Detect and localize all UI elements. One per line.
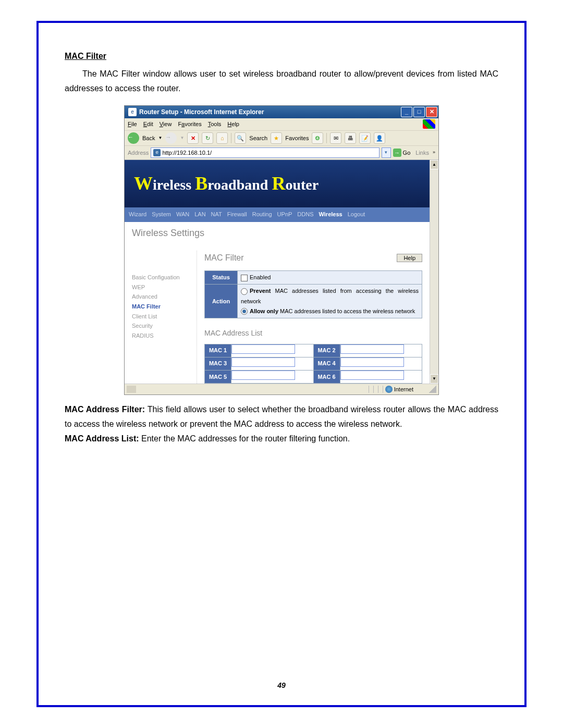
mac4-label: MAC 4: [313, 357, 340, 370]
refresh-button[interactable]: ↻: [202, 132, 213, 144]
section-heading: MAC Filter: [65, 49, 498, 64]
windows-flag-icon: [423, 119, 435, 129]
scrollbar[interactable]: ▲ ▼: [430, 160, 438, 384]
nav-firewall[interactable]: Firewall: [227, 209, 247, 219]
nav-wan[interactable]: WAN: [176, 209, 189, 219]
ie-icon: e: [128, 108, 137, 116]
back-label: Back: [142, 133, 155, 143]
list-bold: MAC Address List:: [65, 434, 139, 443]
favorites-icon: ★: [271, 132, 282, 144]
prevent-bold: Prevent: [250, 288, 271, 294]
back-button[interactable]: ←: [128, 132, 139, 144]
allow-radio[interactable]: [241, 308, 248, 315]
scroll-down-button[interactable]: ▼: [430, 374, 438, 384]
home-button[interactable]: ⌂: [216, 132, 228, 144]
side-clientlist[interactable]: Client List: [132, 312, 197, 322]
intro-paragraph: The MAC Filter window allows user to set…: [65, 67, 498, 96]
nav-logout[interactable]: Logout: [348, 209, 365, 219]
zone-label: Internet: [394, 385, 413, 394]
address-dropdown[interactable]: ▾: [382, 147, 391, 158]
mac4-input[interactable]: [340, 357, 404, 367]
nav-upnp[interactable]: UPnP: [277, 209, 292, 219]
maximize-button[interactable]: □: [413, 107, 425, 117]
side-macfilter[interactable]: MAC Filter: [132, 302, 197, 312]
router-banner: Wireless Broadband Router: [125, 160, 430, 207]
address-input[interactable]: e http://192.168.10.1/: [151, 147, 379, 158]
mac3-label: MAC 3: [205, 357, 231, 370]
close-button[interactable]: ✕: [426, 107, 437, 117]
allow-text: MAC addresses listed to access the wirel…: [278, 308, 415, 314]
links-chevron-icon[interactable]: »: [433, 149, 435, 157]
statusbar: Internet: [125, 384, 438, 394]
history-button[interactable]: ❹: [312, 132, 323, 144]
nav-wizard[interactable]: Wizard: [129, 209, 146, 219]
page-heading: Wireless Settings: [132, 225, 422, 242]
go-button[interactable]: → Go: [393, 148, 411, 158]
page-border: MAC Filter The MAC Filter window allows …: [36, 21, 527, 707]
messenger-button[interactable]: 👤: [374, 132, 385, 144]
prevent-radio[interactable]: [241, 288, 248, 295]
filter-bold: MAC Address Filter:: [65, 405, 145, 414]
page-number: 49: [39, 681, 524, 689]
mac6-label: MAC 6: [313, 371, 340, 384]
mac1-label: MAC 1: [205, 344, 231, 357]
menu-edit[interactable]: Edit: [143, 119, 153, 129]
mac1-input[interactable]: [231, 344, 295, 354]
menu-help[interactable]: Help: [227, 119, 239, 129]
status-label: Status: [205, 271, 238, 285]
resize-grip[interactable]: [429, 386, 436, 393]
links-label[interactable]: Links: [415, 148, 429, 158]
mac6-input[interactable]: [340, 371, 404, 380]
filter-paragraph: MAC Address Filter: This field allows us…: [65, 402, 498, 431]
favorites-label[interactable]: Favorites: [285, 133, 309, 143]
address-bar: Address e http://192.168.10.1/ ▾ → Go Li…: [125, 146, 438, 160]
toolbar: ← Back ▼ → ▼ ✕ ↻ ⌂ 🔍 Search ★ Favorites …: [125, 131, 438, 146]
side-wep[interactable]: WEP: [132, 282, 197, 292]
mac2-input[interactable]: [340, 344, 404, 354]
maclist-title: MAC Address List: [204, 327, 422, 340]
go-icon: →: [393, 149, 401, 157]
menubar: File Edit View Favorites Tools Help: [125, 118, 438, 131]
side-basic[interactable]: Basic Configuation: [132, 273, 197, 282]
minimize-button[interactable]: _: [401, 107, 412, 117]
scroll-up-button[interactable]: ▲: [430, 160, 438, 169]
nav-ddns[interactable]: DDNS: [297, 209, 313, 219]
side-nav: Basic Configuation WEP Advanced MAC Filt…: [132, 251, 197, 384]
mac-table: MAC 1 MAC 2 MAC 3 MAC 4 MAC 5 MAC 6: [204, 344, 422, 384]
mail-button[interactable]: ✉: [330, 132, 341, 144]
side-advanced[interactable]: Advanced: [132, 292, 197, 302]
titlebar: e Router Setup - Microsoft Internet Expl…: [125, 106, 438, 118]
menu-favorites[interactable]: Favorites: [178, 119, 201, 129]
menu-view[interactable]: View: [160, 119, 172, 129]
menu-tools[interactable]: Tools: [208, 119, 222, 129]
enabled-label: Enabled: [250, 274, 271, 280]
panel-title: MAC Filter: [204, 251, 244, 265]
url-text: http://192.168.10.1/: [162, 148, 212, 158]
enabled-checkbox[interactable]: [241, 275, 248, 281]
status-icon: [127, 386, 136, 393]
nav-system[interactable]: System: [152, 209, 171, 219]
window-title: Router Setup - Microsoft Internet Explor…: [139, 107, 401, 118]
print-button[interactable]: 🖶: [345, 132, 356, 144]
menu-file[interactable]: File: [128, 119, 137, 129]
mac5-input[interactable]: [231, 371, 295, 380]
mac3-input[interactable]: [231, 357, 295, 367]
router-nav: Wizard System WAN LAN NAT Firewall Routi…: [125, 207, 430, 221]
document-body: MAC Filter The MAC Filter window allows …: [65, 49, 498, 446]
nav-nat[interactable]: NAT: [211, 209, 222, 219]
browser-window: e Router Setup - Microsoft Internet Expl…: [124, 105, 439, 395]
action-label: Action: [205, 285, 238, 318]
stop-button[interactable]: ✕: [187, 132, 199, 144]
help-button[interactable]: Help: [397, 254, 422, 262]
forward-button[interactable]: →: [165, 132, 177, 144]
nav-wireless[interactable]: Wireless: [319, 209, 342, 219]
list-paragraph: MAC Address List: Enter the MAC addresse…: [65, 431, 498, 446]
nav-routing[interactable]: Routing: [252, 209, 272, 219]
edit-button[interactable]: 📝: [359, 132, 371, 144]
side-radius[interactable]: RADIUS: [132, 331, 197, 341]
search-label[interactable]: Search: [249, 133, 267, 143]
side-security[interactable]: Security: [132, 321, 197, 331]
allow-bold: Allow only: [250, 308, 278, 314]
address-label: Address: [128, 148, 149, 158]
nav-lan[interactable]: LAN: [194, 209, 205, 219]
